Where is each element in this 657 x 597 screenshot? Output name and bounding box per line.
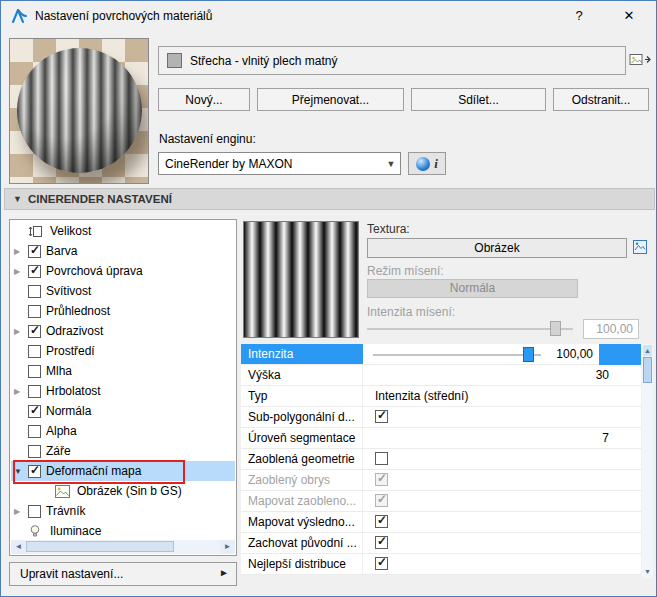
info-icon: i	[434, 156, 438, 172]
window-title: Nastavení povrchových materiálů	[35, 9, 212, 23]
engine-label: Nastavení enginu:	[159, 132, 256, 146]
tree-item-checkbox[interactable]	[28, 345, 41, 358]
tree-item-checkbox[interactable]	[28, 245, 41, 258]
expand-arrow-icon[interactable]: ▶	[14, 507, 28, 516]
property-grid: Intenzita100,00Výška30TypIntenzita (stře…	[241, 344, 641, 575]
material-actions: Nový... Přejmenovat... Sdílet... Odstran…	[158, 88, 649, 111]
property-checkbox[interactable]	[375, 515, 388, 528]
tree-item-povrchov-prava[interactable]: ▶Povrchová úprava	[11, 261, 235, 281]
texture-slot-icon[interactable]	[631, 239, 649, 257]
expand-arrow-icon[interactable]: ▶	[14, 387, 28, 396]
new-button[interactable]: Nový...	[158, 88, 250, 111]
collapse-arrow-icon: ▼	[13, 194, 22, 204]
slider-value[interactable]: 100,00	[556, 344, 593, 365]
cinerender-section-header[interactable]: ▼ CINERENDER NASTAVENÍ	[4, 188, 655, 210]
scroll-track[interactable]	[26, 540, 220, 554]
property-checkbox[interactable]	[375, 473, 388, 486]
text-value[interactable]: Intenzita (střední)	[375, 386, 468, 407]
tree-item-checkbox[interactable]	[28, 305, 41, 318]
tree-item-mlha[interactable]: Mlha	[11, 361, 235, 381]
tree-item-checkbox[interactable]	[28, 265, 41, 278]
tree-item-label: Svítivost	[46, 284, 91, 298]
tree-item-velikost[interactable]: Velikost	[11, 221, 235, 241]
section-title: CINERENDER NASTAVENÍ	[28, 193, 172, 205]
tree-item-barva[interactable]: ▶Barva	[11, 241, 235, 261]
edit-settings-button[interactable]: Upravit nastavení... ►	[9, 562, 237, 586]
tree-item-z-e[interactable]: Záře	[11, 441, 235, 461]
tree-item-iluminace[interactable]: Iluminace	[11, 521, 235, 539]
help-button[interactable]: ?	[564, 1, 594, 31]
channel-tree: Velikost▶Barva▶Povrchová úpravaSvítivost…	[9, 219, 237, 556]
horizontal-scrollbar[interactable]: ◄ ►	[11, 540, 235, 554]
texture-image-button[interactable]: Obrázek	[367, 238, 627, 258]
property-label: Zaoblený obrys	[241, 470, 363, 490]
number-value[interactable]: 7	[602, 428, 609, 449]
tree-item-label: Barva	[46, 244, 77, 258]
expand-arrow-icon[interactable]: ▶	[14, 247, 28, 256]
tree-item-checkbox[interactable]	[28, 445, 41, 458]
number-value[interactable]: 30	[596, 365, 609, 386]
scroll-thumb[interactable]	[26, 541, 174, 552]
tree-item-pr-hlednost[interactable]: Průhlednost	[11, 301, 235, 321]
slider-track[interactable]	[373, 354, 541, 356]
engine-info-button[interactable]: i	[408, 152, 446, 175]
engine-select[interactable]: CineRender by MAXON ▼	[158, 152, 401, 175]
scroll-left-icon[interactable]: ◄	[11, 540, 26, 554]
tree-item-label: Průhlednost	[46, 304, 110, 318]
tree-item-label: Odrazivost	[46, 324, 103, 338]
share-button[interactable]: Sdílet...	[411, 88, 546, 111]
tree-item-label: Iluminace	[50, 524, 101, 538]
tree-item-checkbox[interactable]	[28, 505, 41, 518]
tree-item-checkbox[interactable]	[28, 425, 41, 438]
expand-arrow-icon[interactable]: ▶	[14, 267, 28, 276]
vertical-scrollbar[interactable]: ▲ ▼	[642, 344, 653, 578]
scroll-up-icon[interactable]: ▲	[643, 345, 652, 356]
scroll-right-icon[interactable]: ►	[220, 540, 235, 554]
property-checkbox[interactable]	[375, 536, 388, 549]
close-button[interactable]: ✕	[612, 1, 646, 31]
property-value	[363, 554, 641, 574]
property-value	[363, 512, 641, 532]
slider-handle[interactable]	[523, 347, 534, 362]
tree-item-odrazivost[interactable]: ▶Odrazivost	[11, 321, 235, 341]
tree-item-hrbolatost[interactable]: ▶Hrbolatost	[11, 381, 235, 401]
property-label: Sub-polygonální d...	[241, 407, 363, 427]
tree-item-label: Trávník	[46, 504, 86, 518]
property-checkbox[interactable]	[375, 494, 388, 507]
preview-sphere	[17, 48, 142, 173]
tree-item-obr-zek-sin-b-gs[interactable]: Obrázek (Sin b GS)	[11, 481, 235, 501]
tree-item-checkbox[interactable]	[28, 405, 41, 418]
tree-item-checkbox[interactable]	[28, 325, 41, 338]
property-row-typ: TypIntenzita (střední)	[241, 386, 641, 407]
tree-item-prost-ed[interactable]: Prostředí	[11, 341, 235, 361]
material-popup-button[interactable]	[629, 51, 651, 69]
tree-item-checkbox[interactable]	[28, 465, 41, 478]
tree-item-sv-tivost[interactable]: Svítivost	[11, 281, 235, 301]
property-checkbox[interactable]	[375, 410, 388, 423]
tree-item-norm-la[interactable]: Normála	[11, 401, 235, 421]
scroll-down-icon[interactable]: ▼	[643, 566, 652, 577]
blend-mode-select: Normála	[367, 279, 578, 298]
tree-item-label: Alpha	[46, 424, 77, 438]
tree-item-deforma-n-mapa[interactable]: ▼Deformační mapa	[11, 461, 235, 481]
property-value: 30	[363, 365, 641, 385]
delete-button[interactable]: Odstranit...	[553, 88, 649, 111]
expand-arrow-icon[interactable]: ▶	[14, 327, 28, 336]
tree-item-checkbox[interactable]	[28, 385, 41, 398]
collapse-arrow-icon[interactable]: ▼	[14, 467, 28, 476]
tree-item-checkbox[interactable]	[28, 285, 41, 298]
scroll-thumb[interactable]	[643, 357, 652, 383]
property-checkbox[interactable]	[375, 452, 388, 465]
material-name-field[interactable]: Střecha - vlnitý plech matný	[158, 46, 626, 75]
rename-button[interactable]: Přejmenovat...	[257, 88, 404, 111]
property-value	[363, 533, 641, 553]
tree-item-tr-vn-k[interactable]: ▶Trávník	[11, 501, 235, 521]
property-row-intenzita: Intenzita100,00	[241, 344, 641, 365]
property-row-mapovat-zaobleno: Mapovat zaobleno...	[241, 491, 641, 512]
tree-item-checkbox[interactable]	[28, 365, 41, 378]
tree-item-label: Mlha	[46, 364, 72, 378]
tree-item-label: Deformační mapa	[46, 464, 141, 478]
tree-item-alpha[interactable]: Alpha	[11, 421, 235, 441]
property-checkbox[interactable]	[375, 557, 388, 570]
selection-fill	[599, 344, 641, 365]
